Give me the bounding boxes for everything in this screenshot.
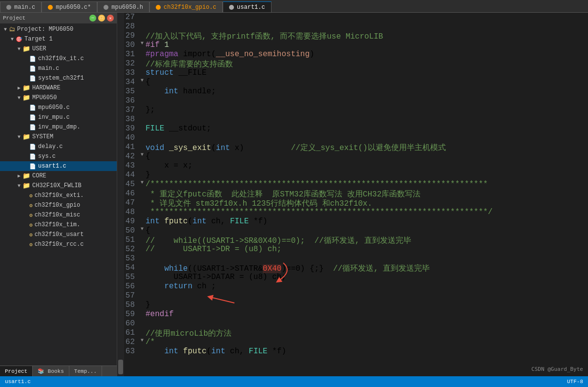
code-container[interactable]: 27 28 29 //加入以下代码, 支持printf函数, 而不 [124,13,588,376]
left-scroll-handle[interactable] [117,13,124,376]
code-60 [146,319,588,328]
linenum-53: 53 [124,254,139,263]
linenum-60: 60 [124,319,139,328]
linenum-36: 36 [124,96,139,106]
expand-arrow-mpu6050: ▼ [16,95,22,101]
gutter-54 [139,263,146,273]
code-37: }; [146,106,588,115]
line-42: 42 ▼ { [124,152,588,161]
tree-item-sys-c[interactable]: 📄 sys.c [0,151,117,161]
linenum-32: 32 [124,59,139,68]
target-icon: 🎯 [16,36,22,43]
tree-item-hardware[interactable]: ▶ 📁 HARDWARE [0,83,117,93]
expand-arrow-fwlib: ▼ [16,183,22,189]
line-36: 36 [124,96,588,106]
system-folder-icon: 📁 [22,133,30,141]
tree-item-target1[interactable]: ▼ 🎯 Target 1 [0,34,117,44]
tree-item-core-folder[interactable]: ▶ 📁 CORE [0,171,117,181]
gutter-31 [139,50,146,59]
delay-label: delay.c [38,143,63,150]
line-45: 45 ▼ /**********************************… [124,180,588,189]
usart-fwlib-gear-icon: ⚙ [29,232,33,238]
sidebar-tab-temp[interactable]: Temp... [69,366,102,376]
line-41: 41 void _sys_exit(int x) //定义_sys_exit()… [124,143,588,152]
linenum-42: 42 [124,152,139,161]
gutter-56 [139,282,146,291]
line-50: 50 ▼ { [124,226,588,236]
misc-gear-icon: ⚙ [29,212,33,218]
status-right: UTF-8 [567,379,583,385]
mpu6050-c-icon: 📄 [29,105,36,111]
tree-item-gpio[interactable]: ⚙ ch32f10x_gpio [0,200,117,210]
tree-item-user[interactable]: ▼ 📁 USER [0,44,117,54]
inv-mpu-dmp-label: inv_mpu_dmp. [38,124,80,130]
sidebar-tab-project[interactable]: Project [0,366,33,376]
gutter-52 [139,245,146,254]
tab-icon-gpio [156,5,161,10]
tree-item-mpu6050-c[interactable]: 📄 mpu6050.c [0,103,117,112]
tree-item-fwlib-folder[interactable]: ▼ 📁 CH32F10X_FWLIB [0,181,117,191]
target-label: Target 1 [24,36,53,43]
sidebar-title-bar: Project ─ □ ✕ [0,13,117,23]
sidebar-tab-books[interactable]: 📚 Books [33,366,69,376]
mpu6050-folder-label: MPU6050 [32,94,57,101]
tab-label-mpu6050-c: mpu6050.c* [56,4,91,11]
line-37: 37 }; [124,106,588,115]
gutter-40 [139,133,146,143]
gutter-38 [139,115,146,124]
tree-item-inv-mpu-dmp[interactable]: 📄 inv_mpu_dmp. [0,122,117,132]
tab-mpu6050-h[interactable]: mpu6050.h [97,1,149,12]
rcc-gear-icon: ⚙ [29,241,33,248]
linenum-58: 58 [124,301,139,310]
line-53: 53 [124,254,588,263]
tree-item-root[interactable]: ▼ 🗂 Project: MPU6050 [0,24,117,34]
root-icon: 🗂 [9,26,15,33]
gutter-43 [139,161,146,171]
tree-item-exti[interactable]: ⚙ ch32f10x_exti. [0,191,117,200]
tree-item-rcc[interactable]: ⚙ ch32f10x_rcc.c [0,239,117,249]
line-39: 39 FILE __stdout; [124,124,588,133]
tree-item-inv-mpu[interactable]: 📄 inv_mpu.c [0,112,117,122]
tree-item-usart1-c[interactable]: 📄 usart1.c [0,161,117,171]
line-28: 28 [124,22,588,31]
gutter-44 [139,171,146,180]
user-folder-icon: 📁 [22,45,30,53]
tree-item-tim[interactable]: ⚙ ch32f10x_tim. [0,220,117,230]
tree-item-misc[interactable]: ⚙ ch32f10x_misc [0,210,117,220]
close-button[interactable]: ✕ [107,15,114,22]
code-34: { [146,78,588,87]
tab-label-main-c: main.c [14,4,35,11]
tab-mpu6050-c[interactable]: mpu6050.c* [42,1,97,12]
tree-item-main-c[interactable]: 📄 main.c [0,64,117,73]
linenum-52: 52 [124,245,139,254]
line-27: 27 [124,13,588,22]
tab-gpio-c[interactable]: ch32f10x_gpio.c [149,1,223,12]
gutter-39 [139,124,146,133]
expand-arrow-user: ▼ [16,46,22,52]
tree-item-usart-fwlib[interactable]: ⚙ ch32f10x_usart [0,230,117,239]
main-window: main.c mpu6050.c* mpu6050.h ch32f10x_gpi… [0,0,588,387]
sidebar: Project ─ □ ✕ ▼ 🗂 Project: MPU6050 [0,13,117,376]
linenum-47: 47 [124,198,139,208]
expand-arrow-target: ▼ [9,37,16,42]
gutter-27 [139,13,146,22]
expand-arrow-root: ▼ [2,27,9,32]
line-46: 46 * 重定义fputc函数 此处注释 原STM32库函数写法 改用CH32库… [124,189,588,198]
linenum-49: 49 [124,217,139,226]
tree-item-delay[interactable]: 📄 delay.c [0,142,117,151]
tree-item-mpu6050-folder[interactable]: ▼ 📁 MPU6050 [0,93,117,103]
tab-usart1-c[interactable]: usart1.c [223,1,272,12]
maximize-button[interactable]: □ [98,15,105,22]
mpu6050-folder-icon: 📁 [22,94,30,102]
tree-item-system[interactable]: 📄 system_ch32f1 [0,73,117,83]
tab-main-c[interactable]: main.c [0,1,42,12]
tree-item-ch32f10x-it[interactable]: 📄 ch32f10x_it.c [0,54,117,64]
tree-item-system-folder[interactable]: ▼ 📁 SYSTEM [0,132,117,142]
system-label: system_ch32f1 [38,75,84,82]
scroll-thumb [118,360,123,374]
line-56: 56 return ch ; [124,282,588,291]
minimize-button[interactable]: ─ [89,15,96,22]
line-52: 52 // USART1->DR = (u8) ch; [124,245,588,254]
line-35: 35 int handle; [124,87,588,96]
gutter-57 [139,291,146,301]
